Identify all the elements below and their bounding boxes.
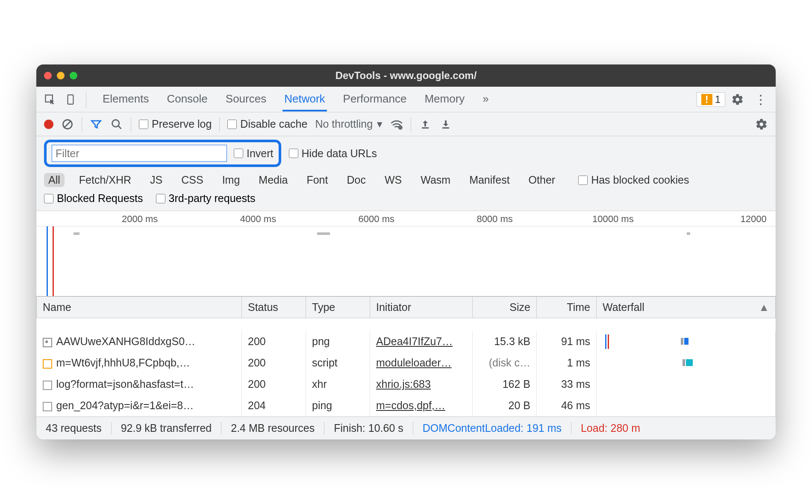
hide-data-urls-checkbox[interactable]: Hide data URLs xyxy=(289,147,377,160)
request-initiator[interactable]: xhrio.js:683 xyxy=(370,374,473,395)
timeline-bar xyxy=(74,232,79,235)
device-toolbar-icon[interactable] xyxy=(61,90,80,109)
type-wasm[interactable]: Wasm xyxy=(416,173,455,187)
svg-point-4 xyxy=(112,120,119,126)
preserve-log-checkbox[interactable]: Preserve log xyxy=(139,118,212,130)
waterfall-cell xyxy=(603,377,769,392)
type-img[interactable]: Img xyxy=(218,173,244,187)
settings-gear-icon[interactable] xyxy=(727,93,748,106)
status-requests: 43 requests xyxy=(36,422,112,434)
col-waterfall[interactable]: Waterfall▲ xyxy=(597,297,776,318)
col-initiator[interactable]: Initiator xyxy=(370,297,473,318)
status-resources: 2.4 MB resources xyxy=(221,422,324,434)
timeline-bar xyxy=(317,232,330,235)
col-status[interactable]: Status xyxy=(242,297,306,318)
request-time: 33 ms xyxy=(537,374,597,395)
hide-data-urls-label: Hide data URLs xyxy=(302,147,377,160)
preserve-log-label: Preserve log xyxy=(152,118,212,130)
tick: 12000 xyxy=(741,214,767,225)
type-ws[interactable]: WS xyxy=(380,173,406,187)
titlebar: DevTools - www.google.com/ xyxy=(36,64,776,87)
type-media[interactable]: Media xyxy=(254,173,292,187)
filter-toggle-icon[interactable] xyxy=(90,118,103,131)
third-party-checkbox[interactable]: 3rd-party requests xyxy=(156,192,256,205)
file-doc-icon xyxy=(43,381,52,390)
request-time: 1 ms xyxy=(537,352,597,374)
tabs-overflow[interactable]: » xyxy=(481,87,490,111)
invert-checkbox[interactable]: Invert xyxy=(234,147,274,160)
network-settings-icon[interactable] xyxy=(755,118,768,131)
panel-tabs: Elements Console Sources Network Perform… xyxy=(101,87,491,111)
third-party-label: 3rd-party requests xyxy=(169,192,256,205)
waterfall-cell xyxy=(603,399,769,413)
request-type: png xyxy=(306,331,370,352)
filter-highlight: Invert xyxy=(44,140,281,167)
col-size[interactable]: Size xyxy=(473,297,537,318)
type-css[interactable]: CSS xyxy=(177,173,207,187)
type-font[interactable]: Font xyxy=(302,173,332,187)
type-js[interactable]: JS xyxy=(146,173,167,187)
request-time: 46 ms xyxy=(537,395,597,416)
tab-elements[interactable]: Elements xyxy=(101,87,150,111)
extra-filter-row: Blocked Requests 3rd-party requests xyxy=(36,190,776,211)
record-button[interactable] xyxy=(44,120,53,129)
clear-button[interactable] xyxy=(61,118,74,131)
col-type[interactable]: Type xyxy=(306,297,370,318)
tab-network[interactable]: Network xyxy=(282,87,327,111)
throttling-select[interactable]: No throttling ▾ xyxy=(315,118,382,130)
type-doc[interactable]: Doc xyxy=(342,173,370,187)
status-finish: Finish: 10.60 s xyxy=(324,422,413,434)
network-table: Name Status Type Initiator Size Time Wat… xyxy=(36,296,776,416)
console-warnings-badge[interactable]: ! 1 xyxy=(697,92,725,107)
type-other[interactable]: Other xyxy=(524,173,560,187)
col-time[interactable]: Time xyxy=(537,297,597,318)
request-time: 91 ms xyxy=(537,331,597,352)
table-row[interactable]: m=Wt6vjf,hhhU8,FCpbqb,… 200 script modul… xyxy=(37,352,776,374)
import-har-icon[interactable] xyxy=(419,118,432,131)
tab-memory[interactable]: Memory xyxy=(423,87,466,111)
request-name: m=Wt6vjf,hhhU8,FCpbqb,… xyxy=(56,357,190,369)
tab-performance[interactable]: Performance xyxy=(341,87,409,111)
search-icon[interactable] xyxy=(110,118,123,131)
has-blocked-cookies-checkbox[interactable]: Has blocked cookies xyxy=(578,174,689,186)
status-bar: 43 requests 92.9 kB transferred 2.4 MB r… xyxy=(36,416,776,440)
request-name: gen_204?atyp=i&r=1&ei=8… xyxy=(56,399,194,411)
disable-cache-checkbox[interactable]: Disable cache xyxy=(227,118,307,130)
tick: 8000 ms xyxy=(477,214,512,225)
svg-line-5 xyxy=(118,126,121,129)
table-row[interactable]: log?format=json&hasfast=t… 200 xhr xhrio… xyxy=(37,374,776,395)
type-fetchxhr[interactable]: Fetch/XHR xyxy=(75,173,135,187)
more-menu-icon[interactable]: ⋮ xyxy=(750,92,771,107)
table-row[interactable]: AAWUweXANHG8IddxgS0… 200 png ADea4I7IfZu… xyxy=(37,331,776,352)
network-toolbar: Preserve log Disable cache No throttling… xyxy=(36,112,776,136)
timeline-bar xyxy=(687,232,690,235)
separator xyxy=(86,91,86,108)
status-transferred: 92.9 kB transferred xyxy=(112,422,222,434)
table-row[interactable]: gen_204?atyp=i&r=1&ei=8… 204 ping m=cdos… xyxy=(37,395,776,416)
export-har-icon[interactable] xyxy=(439,118,452,131)
request-initiator[interactable]: moduleloader… xyxy=(370,352,473,374)
timeline-overview[interactable]: 2000 ms 4000 ms 6000 ms 8000 ms 10000 ms… xyxy=(36,211,776,296)
filter-input[interactable] xyxy=(52,145,227,162)
request-status: 200 xyxy=(242,374,306,395)
type-all[interactable]: All xyxy=(44,173,65,187)
blocked-requests-checkbox[interactable]: Blocked Requests xyxy=(44,192,143,205)
network-conditions-icon[interactable] xyxy=(390,118,403,131)
blocked-requests-label: Blocked Requests xyxy=(57,192,143,205)
type-filter-row: All Fetch/XHR JS CSS Img Media Font Doc … xyxy=(36,170,776,190)
tab-console[interactable]: Console xyxy=(165,87,209,111)
tab-sources[interactable]: Sources xyxy=(224,87,268,111)
request-initiator[interactable]: ADea4I7IfZu7… xyxy=(370,331,473,352)
file-image-icon xyxy=(43,338,52,347)
request-status: 200 xyxy=(242,331,306,352)
type-manifest[interactable]: Manifest xyxy=(465,173,514,187)
col-name[interactable]: Name xyxy=(37,297,242,318)
window-title: DevTools - www.google.com/ xyxy=(36,70,776,82)
waterfall-cell xyxy=(603,356,769,370)
request-initiator[interactable]: m=cdos,dpf,… xyxy=(370,395,473,416)
request-type: xhr xyxy=(306,374,370,395)
request-size: (disk c… xyxy=(473,352,537,374)
request-type: ping xyxy=(306,395,370,416)
inspect-element-icon[interactable] xyxy=(41,90,59,109)
svg-line-3 xyxy=(64,121,71,128)
